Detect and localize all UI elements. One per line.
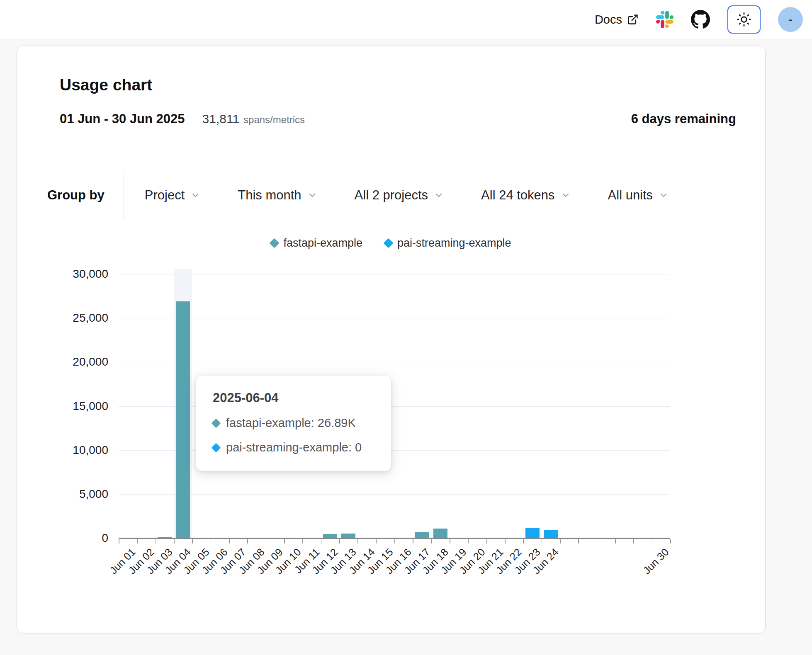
x-axis-tick xyxy=(339,539,340,543)
filter-row: Group by ProjectThis monthAll 2 projects… xyxy=(47,170,669,220)
chart-tooltip: 2025-06-04 fastapi-example: 26.89Kpai-st… xyxy=(196,376,391,471)
x-axis-tick xyxy=(156,539,156,543)
divider xyxy=(60,152,739,152)
x-axis-tick xyxy=(486,539,487,543)
theme-toggle-button[interactable] xyxy=(727,5,761,34)
y-axis-label: 15,000 xyxy=(19,400,108,413)
x-axis-tick xyxy=(266,539,267,543)
chevron-down-icon xyxy=(561,190,571,200)
date-range: 01 Jun - 30 Jun 2025 xyxy=(60,112,185,126)
y-axis-label: 25,000 xyxy=(19,311,108,325)
x-axis-label: Jun 30 xyxy=(641,546,671,577)
chevron-down-icon xyxy=(434,190,444,200)
x-axis-tick xyxy=(633,539,634,543)
github-icon[interactable] xyxy=(691,10,710,29)
group-by-label: Group by xyxy=(47,188,105,203)
tooltip-row: fastapi-example: 26.89K xyxy=(213,416,374,430)
y-axis-label: 20,000 xyxy=(19,355,108,369)
chevron-down-icon xyxy=(307,190,317,200)
dropdown-label: All 2 projects xyxy=(355,188,428,203)
tooltip-row-text: pai-streaming-example: 0 xyxy=(226,441,362,454)
gridline xyxy=(119,362,670,362)
x-axis-tick xyxy=(394,539,395,543)
slack-icon[interactable] xyxy=(656,11,673,28)
user-avatar[interactable]: - xyxy=(778,7,803,32)
x-axis-tick xyxy=(376,539,377,543)
filter-dropdown-all-24-tokens[interactable]: All 24 tokens xyxy=(481,188,571,203)
docs-label: Docs xyxy=(595,13,622,27)
bar-pai-streaming-example-Jun 24[interactable] xyxy=(544,530,558,538)
chart-legend: fastapi-examplepai-streaming-example xyxy=(17,237,765,250)
x-axis-tick xyxy=(211,539,212,543)
x-axis-tick xyxy=(468,539,469,543)
x-axis-tick xyxy=(413,539,413,543)
x-axis-tick xyxy=(615,539,616,543)
usage-card: Usage chart 01 Jun - 30 Jun 2025 31,811 … xyxy=(17,46,766,633)
x-axis-tick xyxy=(431,539,432,543)
usage-unit: spans/metrics xyxy=(243,114,305,126)
legend-label: pai-streaming-example xyxy=(397,237,511,250)
filter-dropdowns: ProjectThis monthAll 2 projectsAll 24 to… xyxy=(145,188,669,203)
avatar-text: - xyxy=(788,12,793,27)
x-axis-line xyxy=(119,538,670,539)
y-axis-label: 30,000 xyxy=(19,267,108,281)
legend-item-fastapi-example[interactable]: fastapi-example xyxy=(271,237,362,250)
external-link-icon xyxy=(627,14,639,25)
filter-dropdown-project[interactable]: Project xyxy=(145,188,200,203)
usage-meta: 01 Jun - 30 Jun 2025 31,811 spans/metric… xyxy=(60,112,736,126)
tooltip-row: pai-streaming-example: 0 xyxy=(213,441,374,454)
x-axis-tick xyxy=(174,539,175,543)
gridline xyxy=(119,494,670,495)
x-axis-tick xyxy=(192,539,193,543)
y-axis-label: 10,000 xyxy=(19,444,108,457)
dropdown-label: All units xyxy=(608,188,653,203)
x-axis-tick xyxy=(284,539,285,543)
dropdown-label: Project xyxy=(145,188,185,203)
x-axis-tick xyxy=(247,539,248,543)
x-axis-tick xyxy=(229,539,230,543)
topbar: Docs - xyxy=(0,0,812,39)
legend-item-pai-streaming-example[interactable]: pai-streaming-example xyxy=(385,237,511,250)
gridline xyxy=(119,274,670,274)
y-axis-label: 5,000 xyxy=(19,488,108,501)
chevron-down-icon xyxy=(190,190,200,200)
x-axis-tick xyxy=(523,539,524,543)
legend-diamond-icon xyxy=(383,238,393,248)
x-axis-tick xyxy=(542,539,542,543)
chevron-down-icon xyxy=(659,190,669,200)
x-axis-tick xyxy=(119,539,119,543)
x-axis-tick xyxy=(321,539,322,543)
usage-count: 31,811 xyxy=(202,112,240,126)
x-axis-tick xyxy=(505,539,506,543)
x-axis-tick xyxy=(137,539,138,543)
bar-fastapi-example-Jun 18[interactable] xyxy=(433,529,447,538)
x-axis-tick xyxy=(450,539,450,543)
dropdown-label: This month xyxy=(238,188,301,203)
tooltip-date: 2025-06-04 xyxy=(213,391,374,405)
days-remaining: 6 days remaining xyxy=(631,112,736,126)
legend-diamond-icon xyxy=(270,238,280,248)
y-axis-label: 0 xyxy=(19,531,108,545)
gridline xyxy=(119,318,670,318)
tooltip-diamond-icon xyxy=(212,443,221,452)
tooltip-row-text: fastapi-example: 26.89K xyxy=(226,416,356,430)
x-axis-tick xyxy=(652,539,653,543)
x-axis-tick xyxy=(357,539,358,543)
sun-icon xyxy=(735,11,753,28)
filter-dropdown-all-2-projects[interactable]: All 2 projects xyxy=(355,188,444,203)
bar-fastapi-example-Jun 04[interactable] xyxy=(176,301,190,538)
vertical-divider xyxy=(124,170,124,220)
x-axis-tick xyxy=(578,539,579,543)
bar-pai-streaming-example-Jun 23[interactable] xyxy=(525,528,540,538)
x-axis-tick xyxy=(670,539,671,543)
tooltip-rows: fastapi-example: 26.89Kpai-streaming-exa… xyxy=(213,416,374,454)
legend-label: fastapi-example xyxy=(283,237,362,250)
filter-dropdown-this-month[interactable]: This month xyxy=(238,188,317,203)
x-axis-tick xyxy=(597,539,598,543)
filter-dropdown-all-units[interactable]: All units xyxy=(608,188,669,203)
docs-link[interactable]: Docs xyxy=(595,13,639,27)
bar-fastapi-example-Jun 17[interactable] xyxy=(415,532,429,538)
tooltip-diamond-icon xyxy=(212,418,221,428)
page-title: Usage chart xyxy=(60,76,152,94)
x-axis-tick xyxy=(560,539,561,543)
